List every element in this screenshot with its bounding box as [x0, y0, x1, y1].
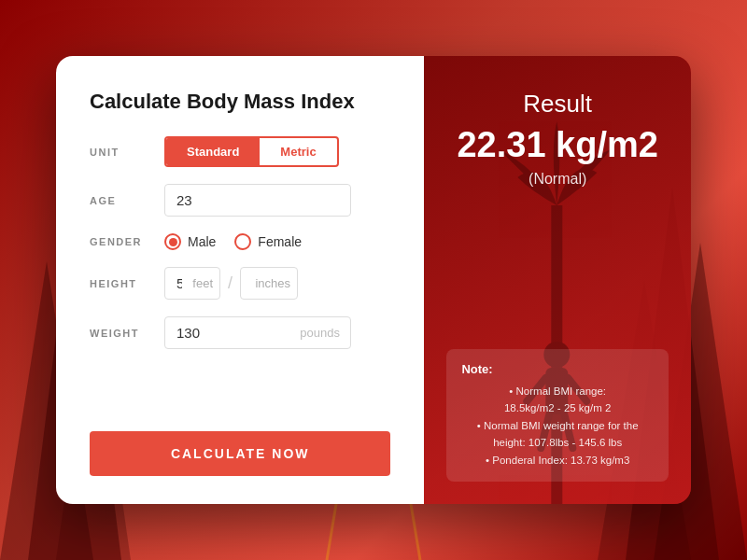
card-title: Calculate Body Mass Index — [90, 90, 390, 114]
weight-group: pounds — [164, 316, 351, 349]
gender-label: GENDER — [90, 236, 149, 247]
unit-metric-button[interactable]: Metric — [260, 138, 336, 165]
result-status: (Normal) — [529, 171, 586, 188]
height-group: feet / inches — [164, 267, 298, 300]
gender-female-radio[interactable] — [234, 233, 251, 250]
gender-male-option[interactable]: Male — [164, 233, 216, 250]
weight-input[interactable] — [164, 316, 351, 349]
gender-female-label: Female — [258, 234, 302, 249]
gender-male-radio[interactable] — [164, 233, 181, 250]
notes-title: Note: — [461, 362, 654, 376]
right-panel-content: Result 22.31 kg/m2 (Normal) Note: • Norm… — [446, 90, 669, 482]
notes-item-4: height: 107.8lbs - 145.6 lbs — [461, 434, 654, 451]
unit-toggle[interactable]: Standard Metric — [164, 136, 339, 167]
height-row: HEIGHT feet / inches — [90, 267, 390, 300]
notes-item-3: • Normal BMI weight range for the — [461, 417, 654, 434]
unit-row: UNIT Standard Metric — [90, 136, 390, 167]
calculate-button[interactable]: CALCULATE NOW — [90, 431, 390, 476]
gender-group: Male Female — [164, 233, 302, 250]
unit-label: UNIT — [90, 147, 149, 158]
unit-standard-button[interactable]: Standard — [166, 138, 260, 165]
left-panel: Calculate Body Mass Index UNIT Standard … — [56, 56, 424, 504]
gender-female-option[interactable]: Female — [234, 233, 302, 250]
age-row: AGE — [90, 184, 390, 217]
weight-label: WEIGHT — [90, 328, 149, 339]
result-label: Result — [523, 90, 592, 119]
right-panel: Result 22.31 kg/m2 (Normal) Note: • Norm… — [424, 56, 691, 504]
height-divider: / — [228, 273, 233, 293]
notes-item-1: • Normal BMI range: — [461, 383, 654, 399]
feet-unit-label: feet — [192, 276, 213, 290]
age-input[interactable] — [164, 184, 351, 217]
gender-male-label: Male — [188, 234, 216, 249]
notes-item-2: 18.5kg/m2 - 25 kg/m 2 — [461, 399, 654, 416]
gender-row: GENDER Male Female — [90, 233, 390, 250]
result-value: 22.31 kg/m2 — [457, 126, 657, 165]
age-label: AGE — [90, 195, 149, 206]
inches-unit-label: inches — [255, 276, 290, 290]
weight-row: WEIGHT pounds — [90, 316, 390, 349]
notes-item-5: • Ponderal Index: 13.73 kg/m3 — [461, 452, 654, 469]
height-label: HEIGHT — [90, 278, 149, 289]
notes-box: Note: • Normal BMI range: 18.5kg/m2 - 25… — [446, 349, 669, 482]
main-card: Calculate Body Mass Index UNIT Standard … — [56, 56, 691, 504]
